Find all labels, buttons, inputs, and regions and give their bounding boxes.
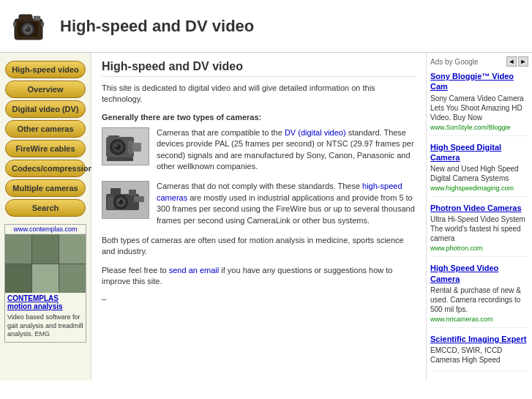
site-logo [9, 6, 49, 46]
promo-desc: Video based software for gait analysis a… [5, 312, 86, 342]
ad-3-desc: Rental & purchase of new & used. Camera … [430, 286, 528, 314]
nav-other[interactable]: Other cameras [5, 120, 86, 138]
content-subtitle: Generally there are two types of cameras… [102, 113, 416, 122]
ad-item-4: Scientific Imaging Expert EMCCD, SWIR, I… [430, 334, 528, 371]
hs-camera-icon [102, 181, 149, 219]
promo-title[interactable]: CONTEMPLAS motion analysis [5, 293, 86, 312]
svg-rect-20 [110, 188, 121, 195]
promo-image [5, 234, 86, 293]
ad-item-2: Photron Video Cameras Ultra Hi-Speed Vid… [430, 203, 528, 257]
content-title: High-speed and DV video [102, 60, 416, 77]
ad-3-title[interactable]: High Speed Video Camera [430, 263, 528, 284]
camera2-text: Cameras that do not comply with these st… [157, 181, 416, 226]
svg-rect-27 [129, 190, 136, 195]
ad-3-url: www.nricameras.com [430, 316, 528, 323]
ad-1-title[interactable]: High Speed Digital Camera [430, 142, 528, 163]
email-link[interactable]: send an email [169, 266, 220, 275]
nav-overview[interactable]: Overview [5, 81, 86, 98]
promo-site-label: www.contemplas.com [5, 225, 86, 234]
ad-item-1: High Speed Digital Camera New and Used H… [430, 142, 528, 198]
svg-rect-26 [108, 196, 113, 209]
svg-point-24 [118, 200, 119, 201]
svg-rect-17 [108, 135, 119, 138]
content-para1: Both types of cameras are often used for… [102, 235, 416, 258]
ad-0-title[interactable]: Sony Bloggie™ Video Cam [430, 71, 528, 92]
ads-prev-btn[interactable]: ◄ [506, 56, 517, 67]
content-para2: Please feel free to send an email if you… [102, 265, 416, 288]
ads-next-btn[interactable]: ► [518, 56, 528, 67]
ads-panel: Ads by Google ◄ ► Sony Bloggie™ Video Ca… [426, 53, 532, 381]
page-header: High-speed and DV video [0, 0, 532, 53]
ad-item-0: Sony Bloggie™ Video Cam Sony Camera Vide… [430, 71, 528, 136]
svg-rect-9 [34, 16, 40, 20]
ad-1-desc: New and Used High Speed Digital Camera S… [430, 164, 528, 183]
nav-search[interactable]: Search [5, 199, 86, 217]
camera1-text: Cameras that are compatible to the DV (d… [157, 127, 416, 173]
nav-highspeed[interactable]: High-speed video [5, 61, 86, 78]
nav-dv[interactable]: Digital video (DV) [5, 100, 86, 118]
page-title: High-speed and DV video [60, 17, 254, 36]
svg-rect-8 [41, 22, 44, 26]
nav-codecs[interactable]: Codecs/compression [5, 160, 86, 177]
ads-header: Ads by Google ◄ ► [430, 56, 528, 67]
ad-2-desc: Ultra Hi-Speed Video System The world's … [430, 215, 528, 243]
svg-rect-16 [132, 143, 141, 152]
ad-2-url: www.photron.com [430, 245, 528, 252]
svg-rect-25 [134, 196, 144, 202]
svg-point-5 [26, 27, 28, 29]
ad-0-url: www.SonStyle.com/Bloggie [430, 124, 528, 131]
svg-rect-18 [107, 157, 133, 161]
ads-by-google-label: Ads by Google [430, 58, 479, 66]
nav-firewire[interactable]: FireWire cables [5, 140, 86, 157]
main-layout: High-speed video Overview Digital video … [0, 53, 532, 381]
camera2-block: Cameras that do not comply with these st… [102, 181, 416, 226]
nav-multiple[interactable]: Multiple cameras [5, 179, 86, 197]
svg-point-14 [115, 145, 117, 147]
ad-1-url: www.highspeedimaging.com [430, 184, 528, 192]
ad-2-title[interactable]: Photron Video Cameras [430, 203, 528, 213]
sidebar-promo: www.contemplas.com CONTEMPLAS motion ana… [4, 224, 86, 343]
highspeed-link[interactable]: high-speed cameras [157, 182, 402, 201]
ads-nav: ◄ ► [506, 56, 528, 67]
sidebar: High-speed video Overview Digital video … [0, 53, 91, 381]
camera1-block: Cameras that are compatible to the DV (d… [102, 127, 416, 173]
ad-0-desc: Sony Camera Video Camera Lets You Shoot … [430, 94, 528, 122]
ad-item-3: High Speed Video Camera Rental & purchas… [430, 263, 528, 328]
ad-4-desc: EMCCD, SWIR, ICCD Cameras High Speed [430, 346, 528, 365]
content-intro: This site is dedicated to digital video … [102, 83, 416, 105]
svg-rect-7 [13, 22, 16, 26]
ad-4-title[interactable]: Scientific Imaging Expert [430, 334, 528, 344]
dv-link[interactable]: DV (digital video) [285, 128, 346, 137]
svg-rect-6 [19, 15, 32, 20]
main-content: High-speed and DV video This site is ded… [91, 53, 426, 381]
content-dash: – [102, 294, 416, 303]
dv-camera-icon [102, 127, 149, 165]
